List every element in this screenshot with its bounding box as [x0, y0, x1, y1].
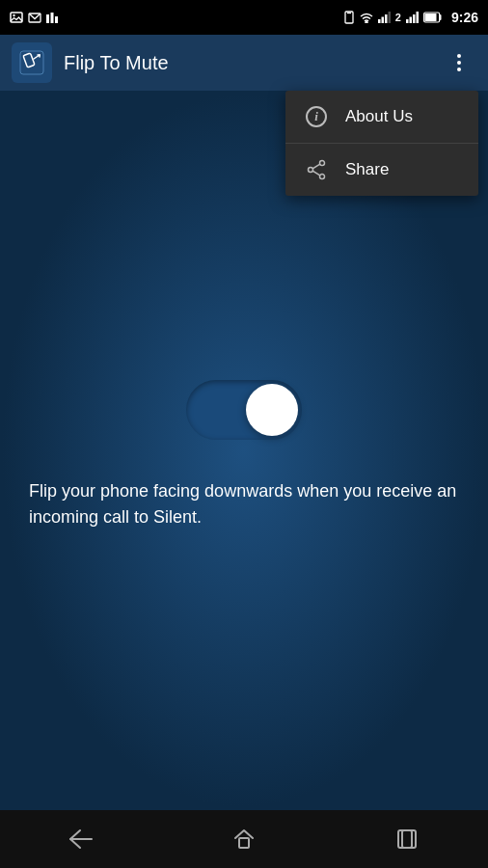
bars-icon: [46, 13, 58, 23]
svg-rect-9: [378, 19, 381, 23]
dropdown-menu: i About Us Share: [285, 91, 478, 196]
svg-rect-4: [51, 13, 54, 23]
svg-rect-3: [46, 14, 49, 23]
toolbar: Flip To Mute: [0, 35, 488, 91]
status-icons-right: 2 9:26: [343, 10, 478, 25]
share-label: Share: [345, 160, 389, 179]
svg-rect-11: [385, 14, 388, 23]
svg-rect-32: [402, 830, 416, 848]
nav-home-button[interactable]: [205, 815, 283, 863]
svg-point-26: [320, 175, 325, 179]
svg-rect-12: [388, 12, 391, 23]
svg-rect-30: [239, 838, 249, 848]
info-icon: i: [305, 106, 328, 127]
nav-bar: [0, 810, 488, 868]
status-bar: 2 9:26: [0, 0, 488, 35]
battery-icon: [423, 12, 443, 23]
overflow-menu-button[interactable]: [442, 45, 476, 80]
info-circle-icon: i: [306, 106, 327, 127]
back-icon: [67, 827, 95, 851]
svg-point-24: [320, 161, 325, 166]
svg-line-27: [312, 164, 320, 169]
svg-rect-31: [398, 830, 412, 848]
signal2-label: 2: [395, 12, 401, 23]
description-text: Flip your phone facing downwards when yo…: [29, 478, 459, 530]
svg-rect-10: [381, 17, 384, 24]
image-icon: [10, 12, 23, 23]
svg-point-8: [366, 21, 367, 23]
status-icons-left: [10, 12, 58, 23]
menu-item-about[interactable]: i About Us: [285, 91, 478, 143]
nav-back-button[interactable]: [42, 815, 120, 863]
svg-rect-15: [413, 14, 416, 23]
home-icon: [231, 827, 257, 852]
about-us-label: About Us: [345, 107, 413, 126]
signal2-icon: [406, 12, 419, 23]
svg-rect-0: [11, 13, 22, 22]
svg-rect-13: [406, 19, 409, 23]
status-time: 9:26: [451, 10, 478, 25]
wifi-icon: [360, 13, 373, 23]
toggle-knob: [246, 384, 298, 436]
toolbar-title: Flip To Mute: [64, 52, 442, 74]
svg-point-25: [309, 168, 313, 173]
recents-icon: [394, 827, 420, 851]
svg-rect-18: [424, 14, 436, 21]
mail-icon: [28, 13, 41, 23]
overflow-dots-icon: [457, 54, 461, 71]
svg-point-1: [13, 14, 14, 16]
svg-rect-14: [409, 17, 412, 24]
app-icon: [12, 42, 52, 83]
menu-item-share[interactable]: Share: [285, 144, 478, 196]
main-content: Flip your phone facing downwards when yo…: [0, 91, 488, 810]
signal1-icon: [378, 12, 391, 23]
phone-icon: [343, 11, 355, 24]
toggle-switch[interactable]: [186, 380, 302, 440]
share-icon: [305, 159, 328, 180]
svg-line-28: [312, 171, 320, 176]
svg-rect-16: [416, 12, 419, 23]
toggle-container: [186, 380, 302, 440]
svg-rect-5: [55, 16, 58, 23]
nav-recents-button[interactable]: [368, 815, 446, 863]
